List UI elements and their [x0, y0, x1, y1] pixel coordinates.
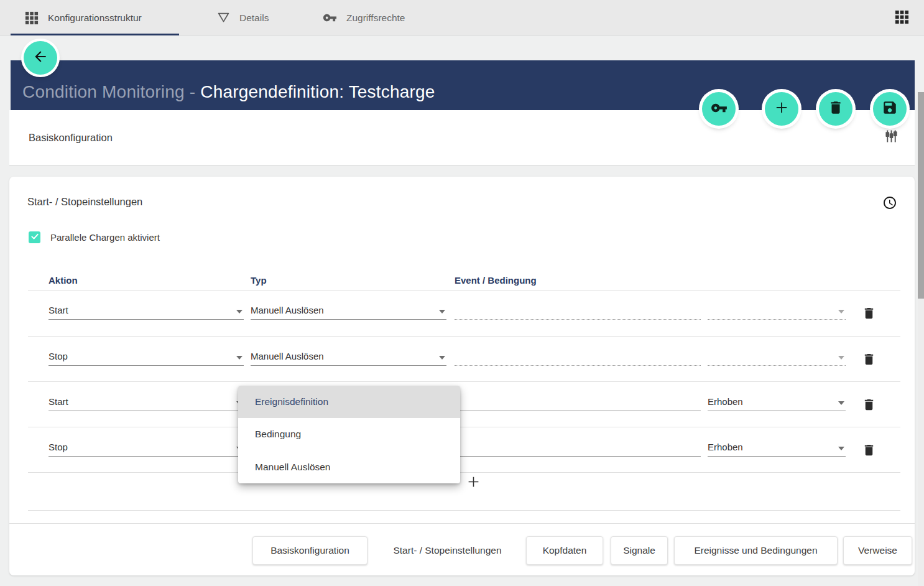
row1-typ-select[interactable]: Manuell Auslösen	[251, 300, 446, 320]
dropdown-option-bedingung[interactable]: Bedingung	[238, 418, 460, 450]
add-row-button[interactable]	[464, 473, 483, 492]
plus-icon	[773, 99, 790, 119]
row4-aktion-value: Stop	[49, 442, 68, 452]
key-icon	[711, 100, 728, 119]
start-stop-panel: Start- / Stopeinstellungen Parallele Cha…	[9, 177, 915, 575]
dropdown-option-manuell-ausloesen[interactable]: Manuell Auslösen	[238, 451, 460, 483]
page-title-prefix: Condition Monitoring -	[22, 82, 200, 101]
history-button[interactable]	[882, 195, 897, 213]
row4-mode-select[interactable]: Erhoben	[708, 437, 846, 457]
chevron-down-icon	[439, 356, 445, 360]
typ-dropdown-menu: Ereignisdefinition Bedingung Manuell Aus…	[238, 386, 460, 483]
clock-icon	[882, 195, 897, 213]
tab-konfigurationsstruktur[interactable]: Konfigurationsstruktur	[25, 0, 142, 35]
chevron-down-icon	[838, 356, 844, 360]
row2-aktion-select[interactable]: Stop	[49, 346, 244, 366]
row4-aktion-select[interactable]: Stop	[49, 437, 244, 457]
row2-mode-select[interactable]	[708, 346, 846, 366]
row3-event-field[interactable]	[455, 392, 701, 411]
chevron-down-icon	[838, 310, 844, 314]
tab-label: Zugriffsrechte	[346, 12, 405, 24]
parallel-chargen-checkbox[interactable]	[29, 231, 40, 243]
scrollbar-track[interactable]	[918, 92, 924, 586]
dropdown-option-ereignisdefinition[interactable]: Ereignisdefinition	[238, 386, 460, 418]
table-bottom-divider	[28, 510, 900, 511]
trash-icon	[862, 398, 876, 414]
page-title-main: Chargendefinition: Testcharge	[200, 82, 435, 101]
scrollbar-thumb[interactable]	[918, 92, 924, 299]
active-tab-underline	[11, 34, 179, 35]
key-icon	[323, 11, 337, 25]
row1-delete-button[interactable]	[862, 306, 876, 323]
row-divider	[28, 427, 900, 427]
apps-grid-icon	[895, 10, 909, 27]
row2-delete-button[interactable]	[862, 352, 876, 369]
row1-aktion-value: Start	[49, 305, 68, 315]
row3-delete-button[interactable]	[862, 398, 876, 414]
footer-current-section-label: Start- / Stopeinstellungen	[386, 536, 509, 565]
row4-delete-button[interactable]	[862, 443, 876, 460]
chevron-down-icon	[838, 401, 844, 405]
row-divider	[28, 336, 900, 337]
column-header-event: Event / Bedingung	[455, 275, 537, 286]
panel-title: Start- / Stopeinstellungen	[27, 196, 142, 208]
row-divider	[28, 381, 900, 382]
chevron-down-icon	[439, 310, 445, 314]
row3-aktion-select[interactable]: Start	[49, 392, 244, 411]
tab-label: Konfigurationsstruktur	[48, 12, 142, 24]
row2-aktion-value: Stop	[49, 351, 68, 361]
back-button[interactable]	[24, 41, 57, 75]
row3-mode-select[interactable]: Erhoben	[708, 392, 846, 411]
footer-button-kopfdaten[interactable]: Kopfdaten	[526, 536, 603, 565]
trash-icon	[862, 306, 876, 323]
chevron-down-icon	[838, 447, 844, 450]
tab-details[interactable]: Details	[217, 0, 269, 35]
plus-icon	[465, 473, 482, 493]
row1-typ-value: Manuell Auslösen	[251, 305, 324, 315]
column-header-aktion: Aktion	[49, 275, 78, 286]
tab-label: Details	[239, 12, 269, 24]
page-title: Condition Monitoring - Chargendefinition…	[22, 82, 435, 102]
trash-icon	[862, 352, 876, 369]
row-divider	[28, 472, 900, 473]
footer-divider	[9, 523, 915, 524]
delete-button[interactable]	[819, 92, 852, 126]
tab-zugriffsrechte[interactable]: Zugriffsrechte	[323, 0, 405, 35]
chevron-down-icon	[236, 310, 243, 314]
row1-mode-select[interactable]	[708, 300, 846, 320]
row1-event-field[interactable]	[455, 300, 701, 320]
row3-mode-value: Erhoben	[708, 396, 743, 407]
parallel-chargen-row: Parallele Chargen aktiviert	[29, 231, 160, 243]
parallel-chargen-label: Parallele Chargen aktiviert	[50, 232, 160, 243]
row4-mode-value: Erhoben	[708, 442, 743, 452]
footer-button-signale[interactable]: Signale	[611, 536, 668, 565]
footer-button-ereignisse[interactable]: Ereignisse und Bedingungen	[674, 536, 838, 565]
column-header-typ: Typ	[251, 275, 267, 286]
trash-icon	[862, 443, 876, 460]
funnel-icon	[217, 11, 230, 24]
save-icon	[882, 100, 898, 118]
chevron-down-icon	[236, 356, 243, 360]
row2-typ-value: Manuell Auslösen	[251, 351, 324, 361]
row1-aktion-select[interactable]: Start	[49, 300, 244, 320]
permissions-button[interactable]	[702, 92, 736, 126]
row3-aktion-value: Start	[49, 396, 68, 407]
add-button[interactable]	[765, 92, 798, 126]
apps-grid-button[interactable]	[894, 11, 909, 26]
tune-button[interactable]	[884, 129, 899, 146]
table-divider	[28, 290, 900, 291]
save-button[interactable]	[873, 92, 907, 126]
row2-typ-select[interactable]: Manuell Auslösen	[251, 346, 446, 366]
arrow-back-icon	[32, 49, 49, 67]
top-tab-bar: Konfigurationsstruktur Details Zugriffsr…	[0, 0, 924, 35]
check-icon	[30, 232, 39, 243]
row2-event-field[interactable]	[455, 346, 701, 366]
basiskonfiguration-title: Basiskonfiguration	[29, 132, 113, 144]
footer-button-basiskonfiguration[interactable]: Basiskonfiguration	[252, 536, 367, 565]
grid-icon	[25, 11, 39, 25]
footer-button-verweise[interactable]: Verweise	[843, 536, 912, 565]
trash-icon	[828, 100, 844, 118]
row4-event-field[interactable]	[455, 437, 701, 457]
sliders-icon	[884, 129, 899, 146]
